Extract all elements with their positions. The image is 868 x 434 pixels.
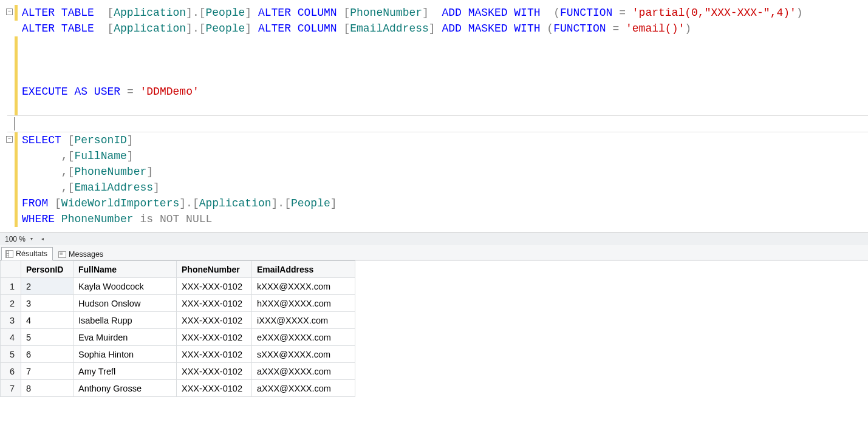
cell[interactable]: XXX-XXX-0102 [177, 312, 252, 329]
cell[interactable]: 4 [21, 312, 73, 329]
zoom-bar: 100 % ▾ ◂ [0, 232, 868, 245]
change-indicator [15, 5, 18, 21]
table-row[interactable]: 23Hudson OnslowXXX-XXX-0102hXXX@XXXX.com [1, 295, 355, 312]
cell[interactable]: eXXX@XXXX.com [252, 329, 355, 346]
cell[interactable]: 7 [21, 363, 73, 380]
table-row[interactable]: 45Eva MuirdenXXX-XXX-0102eXXX@XXXX.com [1, 329, 355, 346]
row-number[interactable]: 3 [1, 312, 21, 329]
column-header[interactable]: PhoneNumber [177, 261, 252, 278]
cell[interactable]: XXX-XXX-0102 [177, 346, 252, 363]
messages-icon [58, 251, 66, 258]
cell[interactable]: iXXX@XXXX.com [252, 312, 355, 329]
cell[interactable]: kXXX@XXXX.com [252, 278, 355, 295]
code-line[interactable]: WHERE PhoneNumber is NOT NULL [15, 211, 868, 227]
column-header[interactable]: PersonID [21, 261, 73, 278]
cell[interactable]: Sophia Hinton [73, 346, 177, 363]
column-header[interactable]: FullName [73, 261, 177, 278]
code-line[interactable]: ,[EmailAddress] [15, 180, 868, 195]
code-line[interactable] [15, 100, 868, 115]
code-line[interactable]: ,[FullName] [15, 148, 868, 164]
tab-messages[interactable]: Messages [54, 248, 109, 260]
cell[interactable]: sXXX@XXXX.com [252, 346, 355, 363]
sql-editor[interactable]: ALTER TABLE [Application].[People] ALTER… [0, 0, 868, 232]
cell[interactable]: 3 [21, 295, 73, 312]
tab-results-label: Résultats [16, 249, 47, 258]
results-grid-icon [5, 250, 13, 258]
cell[interactable]: XXX-XXX-0102 [177, 295, 252, 312]
results-tabs: Résultats Messages [0, 245, 868, 260]
code-area[interactable]: ALTER TABLE [Application].[People] ALTER… [15, 0, 868, 232]
cell[interactable]: hXXX@XXXX.com [252, 295, 355, 312]
table-row[interactable]: 78Anthony GrosseXXX-XXX-0102aXXX@XXXX.co… [1, 380, 355, 397]
row-number[interactable]: 1 [1, 278, 21, 295]
code-line[interactable] [15, 52, 868, 68]
code-line[interactable]: FROM [WideWorldImporters].[Application].… [15, 195, 868, 211]
row-number[interactable]: 7 [1, 380, 21, 397]
code-line[interactable]: SELECT [PersonID] [15, 132, 868, 148]
code-line[interactable]: ,[PhoneNumber] [15, 164, 868, 180]
cell[interactable]: 6 [21, 346, 73, 363]
cell[interactable]: Amy Trefl [73, 363, 177, 380]
cell[interactable]: Hudson Onslow [73, 295, 177, 312]
change-indicator [15, 36, 18, 115]
cell[interactable]: XXX-XXX-0102 [177, 278, 252, 295]
cell[interactable]: 8 [21, 380, 73, 397]
table-row[interactable]: 12Kayla WoodcockXXX-XXX-0102kXXX@XXXX.co… [1, 278, 355, 295]
cell[interactable]: 5 [21, 329, 73, 346]
code-line[interactable] [15, 68, 868, 84]
row-number[interactable]: 5 [1, 346, 21, 363]
text-cursor [15, 117, 15, 131]
row-number[interactable]: 2 [1, 295, 21, 312]
collapse-region-icon[interactable] [6, 136, 13, 143]
row-number[interactable]: 6 [1, 363, 21, 380]
code-line[interactable] [7, 115, 868, 132]
cell[interactable]: Eva Muirden [73, 329, 177, 346]
cell[interactable]: XXX-XXX-0102 [177, 380, 252, 397]
results-table[interactable]: PersonIDFullNamePhoneNumberEmailAddress1… [0, 260, 355, 397]
cell[interactable]: Isabella Rupp [73, 312, 177, 329]
code-line[interactable]: EXECUTE AS USER = 'DDMDemo' [15, 84, 868, 100]
table-row[interactable]: 67Amy TreflXXX-XXX-0102aXXX@XXXX.com [1, 363, 355, 380]
code-line[interactable]: ALTER TABLE [Application].[People] ALTER… [15, 5, 868, 21]
cell[interactable]: XXX-XXX-0102 [177, 363, 252, 380]
code-line[interactable]: ALTER TABLE [Application].[People] ALTER… [15, 21, 868, 36]
tab-messages-label: Messages [69, 250, 103, 259]
cell[interactable]: aXXX@XXXX.com [252, 380, 355, 397]
code-line[interactable] [15, 36, 868, 52]
row-number[interactable]: 4 [1, 329, 21, 346]
collapse-region-icon[interactable] [6, 8, 13, 15]
row-header-blank [1, 261, 21, 278]
cell[interactable]: Kayla Woodcock [73, 278, 177, 295]
table-row[interactable]: 56Sophia HintonXXX-XXX-0102sXXX@XXXX.com [1, 346, 355, 363]
cell[interactable]: Anthony Grosse [73, 380, 177, 397]
cell[interactable]: aXXX@XXXX.com [252, 363, 355, 380]
table-row[interactable]: 34Isabella RuppXXX-XXX-0102iXXX@XXXX.com [1, 312, 355, 329]
cell[interactable]: 2 [21, 278, 73, 295]
cell[interactable]: XXX-XXX-0102 [177, 329, 252, 346]
zoom-dropdown-icon[interactable]: ▾ [28, 236, 35, 243]
tab-results[interactable]: Résultats [1, 247, 53, 260]
change-indicator [15, 132, 18, 227]
zoom-level: 100 % [2, 235, 28, 243]
scroll-left-icon[interactable]: ◂ [39, 236, 46, 243]
column-header[interactable]: EmailAddress [252, 261, 355, 278]
results-pane: PersonIDFullNamePhoneNumberEmailAddress1… [0, 260, 868, 397]
